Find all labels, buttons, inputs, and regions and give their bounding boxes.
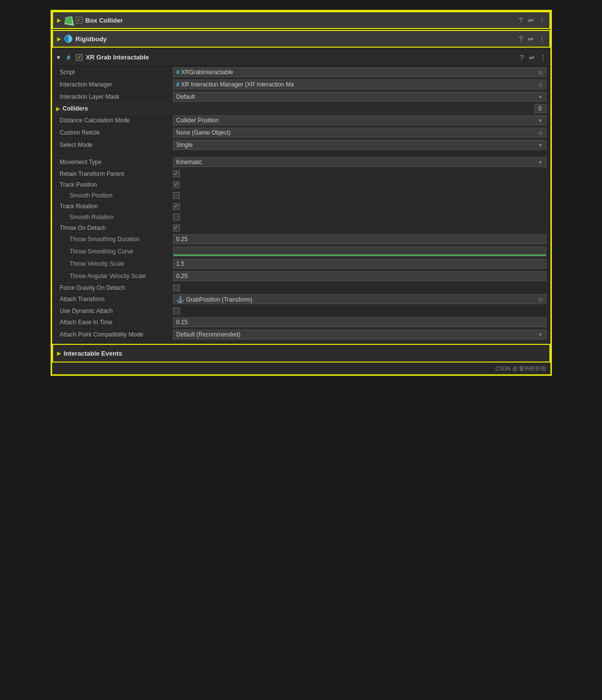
rigidbody-help-icon[interactable]: ? [519, 35, 523, 43]
use-dynamic-attach-value[interactable] [173, 308, 546, 314]
smooth-rotation-checkbox[interactable] [173, 214, 180, 221]
track-rotation-label: Track Rotation [60, 203, 173, 210]
interactable-events-section[interactable]: ▶ Interactable Events [52, 344, 550, 363]
throw-velocity-scale-value[interactable]: 1.5 [173, 259, 546, 269]
throw-smoothing-curve-field[interactable] [173, 247, 546, 256]
select-mode-value[interactable]: Single ▼ [173, 140, 546, 150]
force-gravity-value[interactable] [173, 284, 546, 291]
script-ref-field[interactable]: #XRGrabInteractable ◎ [173, 67, 546, 77]
separator-1 [52, 151, 550, 156]
throw-angular-vel-row: Throw Angular Velocity Scale 0.25 [52, 270, 550, 282]
distance-calc-label: Distance Calculation Mode [60, 117, 173, 124]
box-collider-help-icon[interactable]: ? [519, 16, 523, 24]
interaction-layer-mask-arrow: ▼ [538, 94, 543, 100]
script-ref-text: #XRGrabInteractable [176, 69, 233, 76]
xr-grab-header[interactable]: ▼ # ✓ XR Grab Interactable ? ⇌ ⋮ [52, 49, 550, 66]
distance-calc-value[interactable]: Collider Position ▼ [173, 115, 546, 125]
throw-smoothing-curve-label: Throw Smoothing Curve [60, 248, 173, 255]
throw-velocity-scale-row: Throw Velocity Scale 1.5 [52, 258, 550, 270]
script-ref-target-icon[interactable]: ◎ [538, 69, 543, 76]
events-arrow[interactable]: ▶ [57, 350, 61, 357]
xr-grab-header-icons: ? ⇌ ⋮ [520, 54, 546, 61]
xr-grab-arrow[interactable]: ▼ [56, 55, 61, 60]
watermark: CSDN @ 窗外听轩雨 [495, 365, 546, 371]
distance-calc-dropdown[interactable]: Collider Position ▼ [173, 115, 546, 125]
use-dynamic-attach-label: Use Dynamic Attach [60, 308, 173, 314]
select-mode-dropdown[interactable]: Single ▼ [173, 140, 546, 150]
distance-calc-arrow: ▼ [538, 118, 543, 123]
retain-transform-value[interactable] [173, 170, 546, 177]
track-rotation-checkbox[interactable] [173, 203, 180, 210]
attach-transform-value[interactable]: ⚓GrabPosition (Transform) ◎ [173, 294, 546, 304]
throw-on-detach-value[interactable] [173, 224, 546, 231]
attach-point-dropdown[interactable]: Default (Recommended) ▼ [173, 330, 546, 339]
distance-calc-selected: Collider Position [176, 117, 219, 124]
throw-angular-vel-field[interactable]: 0.25 [173, 271, 546, 281]
box-collider-enable[interactable]: ✓ [76, 17, 83, 24]
interaction-manager-target-icon[interactable]: ◎ [538, 82, 543, 88]
use-dynamic-attach-checkbox[interactable] [173, 308, 180, 314]
track-position-value[interactable] [173, 181, 546, 188]
throw-angular-vel-value[interactable]: 0.25 [173, 271, 546, 281]
rigidbody-arrow[interactable]: ▶ [57, 36, 61, 42]
force-gravity-row: Force Gravity On Detach [52, 282, 550, 293]
throw-velocity-scale-field[interactable]: 1.5 [173, 259, 546, 269]
box-collider-header[interactable]: ▶ ✓ Box Collider ? ⇌ ⋮ [52, 11, 550, 29]
xr-grab-help-icon[interactable]: ? [520, 54, 524, 61]
colliders-row[interactable]: ▶ Colliders 0 [52, 103, 550, 114]
interaction-manager-value[interactable]: #XR Interaction Manager (XR Interaction … [173, 80, 546, 89]
throw-smoothing-curve-value[interactable] [173, 247, 546, 256]
rigidbody-menu-icon[interactable]: ⋮ [539, 35, 545, 43]
track-position-checkbox[interactable] [173, 181, 180, 188]
xr-grab-hash-icon: # [66, 54, 70, 61]
smooth-position-row: Smooth Position [52, 190, 550, 201]
attach-transform-field[interactable]: ⚓GrabPosition (Transform) ◎ [173, 294, 546, 304]
smooth-rotation-row: Smooth Rotation [52, 212, 550, 223]
box-collider-menu-icon[interactable]: ⋮ [539, 16, 545, 24]
box-collider-title: Box Collider [86, 17, 516, 24]
smooth-position-label: Smooth Position [60, 192, 173, 199]
colliders-count: 0 [534, 104, 546, 113]
box-collider-icon [64, 16, 73, 25]
xr-grab-enable[interactable]: ✓ [76, 54, 83, 61]
xr-grab-menu-icon[interactable]: ⋮ [540, 54, 546, 61]
rigidbody-header[interactable]: ▶ Rigidbody ? ⇌ ⋮ [52, 30, 550, 48]
throw-smoothing-dur-field[interactable]: 0.25 [173, 234, 546, 244]
custom-reticle-target-icon[interactable]: ◎ [538, 130, 543, 136]
interaction-layer-mask-dropdown[interactable]: Default ▼ [173, 92, 546, 102]
attach-ease-value[interactable]: 0.15 [173, 317, 546, 327]
attach-ease-field[interactable]: 0.15 [173, 317, 546, 327]
interaction-layer-mask-value[interactable]: Default ▼ [173, 92, 546, 102]
track-rotation-value[interactable] [173, 203, 546, 210]
throw-on-detach-checkbox[interactable] [173, 224, 180, 231]
box-collider-settings-icon[interactable]: ⇌ [528, 16, 534, 24]
attach-transform-target-icon[interactable]: ◎ [538, 296, 543, 303]
custom-reticle-field[interactable]: None (Game Object) ◎ [173, 128, 546, 138]
rigidbody-settings-icon[interactable]: ⇌ [528, 35, 534, 43]
throw-smoothing-dur-label: Throw Smoothing Duration [60, 236, 173, 243]
retain-transform-checkbox[interactable] [173, 170, 180, 177]
curve-line [173, 254, 546, 256]
retain-transform-label: Retain Transform Parent [60, 170, 173, 177]
script-value[interactable]: #XRGrabInteractable ◎ [173, 67, 546, 77]
colliders-arrow[interactable]: ▶ [56, 106, 60, 112]
smooth-rotation-value[interactable] [173, 214, 546, 221]
force-gravity-checkbox[interactable] [173, 284, 180, 291]
box-collider-arrow[interactable]: ▶ [57, 17, 61, 24]
smooth-position-value[interactable] [173, 192, 546, 199]
attach-point-value[interactable]: Default (Recommended) ▼ [173, 330, 546, 339]
interaction-layer-mask-selected: Default [176, 93, 195, 100]
attach-transform-label: Attach Transform [60, 296, 173, 303]
xr-grab-title: XR Grab Interactable [86, 54, 516, 61]
movement-type-dropdown[interactable]: Kinematic ▼ [173, 157, 546, 167]
throw-smoothing-dur-value[interactable]: 0.25 [173, 234, 546, 244]
xr-grab-body: Script #XRGrabInteractable ◎ Interaction… [52, 66, 550, 363]
custom-reticle-row: Custom Reticle None (Game Object) ◎ [52, 127, 550, 139]
movement-type-arrow: ▼ [538, 160, 543, 165]
xr-grab-settings-icon[interactable]: ⇌ [529, 54, 535, 61]
select-mode-selected: Single [176, 141, 193, 148]
smooth-position-checkbox[interactable] [173, 192, 180, 199]
custom-reticle-value[interactable]: None (Game Object) ◎ [173, 128, 546, 138]
interaction-manager-field[interactable]: #XR Interaction Manager (XR Interaction … [173, 80, 546, 89]
movement-type-value[interactable]: Kinematic ▼ [173, 157, 546, 167]
